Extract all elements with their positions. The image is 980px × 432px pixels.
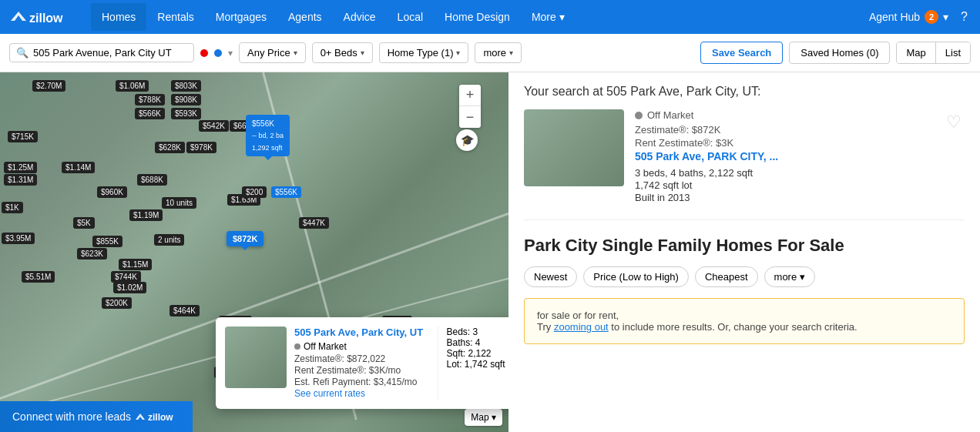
price-label-highlight[interactable]: $556K <box>271 186 301 198</box>
price-label[interactable]: $744K <box>111 271 141 283</box>
price-label[interactable]: $1.19M <box>129 209 163 221</box>
off-market-dot <box>294 343 300 350</box>
nav-item-rentals[interactable]: Rentals <box>146 3 204 31</box>
nav-item-local[interactable]: Local <box>387 3 434 31</box>
view-toggle: Map List <box>896 42 971 64</box>
price-label[interactable]: $628K <box>155 142 185 153</box>
price-label[interactable]: $200K <box>102 297 132 309</box>
popup-refi: Est. Refi Payment: $3,415/mo <box>294 377 430 387</box>
save-heart-button[interactable]: ♡ <box>943 109 965 136</box>
popup-property-link[interactable]: 505 Park Ave, Park City, UT <box>294 327 430 338</box>
property-details: Off Market Zestimate®: $872K Rent Zestim… <box>635 109 932 204</box>
home-type-filter[interactable]: Home Type (1) ▾ <box>379 42 469 63</box>
price-label[interactable]: $2.70M <box>32 80 65 92</box>
price-label[interactable]: 10 units <box>162 197 196 209</box>
search-input[interactable] <box>33 47 187 59</box>
red-dot <box>200 49 208 57</box>
nav-item-agents[interactable]: Agents <box>277 3 333 31</box>
property-address-link[interactable]: 505 Park Ave, PARK CITY, ... <box>635 150 932 162</box>
chevron-down-icon: ▾ <box>559 11 565 23</box>
price-label[interactable]: $1.02M <box>113 282 146 293</box>
property-built: Built in 2013 <box>635 192 932 203</box>
price-filter[interactable]: Any Price ▾ <box>239 42 306 63</box>
zoom-in-button[interactable]: + <box>459 85 481 106</box>
top-navigation: zillow Homes Rentals Mortgages Agents Ad… <box>0 0 980 34</box>
selected-property-bubble[interactable]: $872K <box>227 231 263 246</box>
price-label[interactable]: $200 <box>242 186 267 198</box>
price-label[interactable]: $464K <box>169 305 200 316</box>
nav-item-homedesign[interactable]: Home Design <box>434 3 521 31</box>
right-panel: Your search at 505 Park Ave, Park City, … <box>508 72 980 432</box>
sort-more-dropdown[interactable]: more ▾ <box>764 266 816 287</box>
save-search-button[interactable]: Save Search <box>700 42 783 64</box>
property-status: Off Market <box>635 109 932 121</box>
notification-badge: 2 <box>925 10 938 24</box>
nav-item-mortgages[interactable]: Mortgages <box>205 3 277 31</box>
zoom-out-link[interactable]: zooming out <box>554 321 609 333</box>
list-view-button[interactable]: List <box>935 42 970 63</box>
price-label[interactable]: 2 units <box>154 234 184 246</box>
price-label[interactable]: $3.95M <box>2 233 35 244</box>
price-label[interactable]: $566K <box>135 108 165 119</box>
map-area[interactable]: $2.70M $1.06M $788K $803K $566K $908K $5… <box>0 72 508 432</box>
property-card: Off Market Zestimate®: $872K Rent Zestim… <box>524 109 965 220</box>
more-filter[interactable]: more ▾ <box>475 42 522 63</box>
saved-homes-button[interactable]: Saved Homes (0) <box>789 42 890 64</box>
price-label[interactable]: $5.51M <box>22 271 55 283</box>
selected-price-bubble[interactable]: $556K -- bd, 2 ba 1,292 sqft <box>246 115 290 156</box>
property-lot: 1,742 sqft lot <box>635 179 932 191</box>
price-label[interactable]: $542K <box>199 120 229 132</box>
popup-rent-zestimate: Rent Zestimate®: $3K/mo <box>294 365 430 376</box>
price-label[interactable]: $1.14M <box>62 162 95 173</box>
zoom-out-button[interactable]: − <box>459 106 481 128</box>
connect-banner[interactable]: Connect with more leads zillow <box>0 401 193 432</box>
price-label[interactable]: $688K <box>137 174 167 186</box>
nav-item-homes[interactable]: Homes <box>91 3 146 31</box>
sort-bar: Newest Price (Low to High) Cheapest more… <box>524 266 965 287</box>
help-icon[interactable]: ? <box>958 7 971 27</box>
price-label[interactable]: $447K <box>299 217 329 229</box>
filter-dot-icon[interactable]: ▾ <box>228 48 233 59</box>
nav-item-advice[interactable]: Advice <box>333 3 387 31</box>
school-icon[interactable]: 🎓 <box>456 129 478 151</box>
price-label[interactable]: $908K <box>171 94 201 105</box>
property-rent-zestimate: Rent Zestimate®: $3K <box>635 137 932 149</box>
beds-filter[interactable]: 0+ Beds ▾ <box>312 42 373 63</box>
popup-property-image <box>225 327 287 388</box>
search-icon: 🔍 <box>16 47 29 59</box>
svg-text:zillow: zillow <box>29 12 63 25</box>
popup-content: 505 Park Ave, Park City, UT Off Market Z… <box>294 327 430 400</box>
price-label[interactable]: $1.25M <box>4 162 37 173</box>
nav-items: Homes Rentals Mortgages Agents Advice Lo… <box>91 3 869 31</box>
chevron-down-icon: ▾ <box>456 49 460 57</box>
search-bar: 🔍 ▾ Any Price ▾ 0+ Beds ▾ Home Type (1) … <box>0 34 980 72</box>
price-label[interactable]: $1.31M <box>4 174 37 186</box>
notice-box: for sale or for rent, Try zooming out to… <box>524 298 965 344</box>
price-label[interactable]: $715K <box>8 131 38 142</box>
price-label[interactable]: $803K <box>171 80 201 92</box>
agent-hub-button[interactable]: Agent Hub 2 ▾ <box>869 10 948 24</box>
main-content: $2.70M $1.06M $788K $803K $566K $908K $5… <box>0 72 980 432</box>
price-label[interactable]: $1.06M <box>116 80 149 92</box>
zillow-logo[interactable]: zillow <box>9 5 79 28</box>
price-label[interactable]: $5K <box>73 217 95 229</box>
sort-cheapest-button[interactable]: Cheapest <box>695 266 758 287</box>
price-label[interactable]: $978K <box>186 142 216 153</box>
price-label[interactable]: $593K <box>171 108 201 119</box>
property-zestimate: Zestimate®: $872K <box>635 124 932 136</box>
popup-refi-link[interactable]: See current rates <box>294 388 430 399</box>
chevron-down-icon: ▾ <box>800 271 805 283</box>
nav-item-more[interactable]: More ▾ <box>521 3 576 31</box>
price-label[interactable]: $1.15M <box>119 259 152 270</box>
sort-price-button[interactable]: Price (Low to High) <box>583 266 689 287</box>
price-label[interactable]: $623K <box>77 248 107 260</box>
price-label[interactable]: $855K <box>92 236 123 247</box>
price-label[interactable]: $788K <box>135 94 165 105</box>
price-label[interactable]: $1K <box>2 202 23 213</box>
price-label[interactable]: $960K <box>97 186 127 198</box>
sort-newest-button[interactable]: Newest <box>524 266 577 287</box>
blue-dot <box>214 49 222 57</box>
map-view-button[interactable]: Map <box>897 42 935 63</box>
chevron-down-icon: ▾ <box>509 49 513 57</box>
map-toggle-button[interactable]: Map ▾ <box>465 409 502 426</box>
